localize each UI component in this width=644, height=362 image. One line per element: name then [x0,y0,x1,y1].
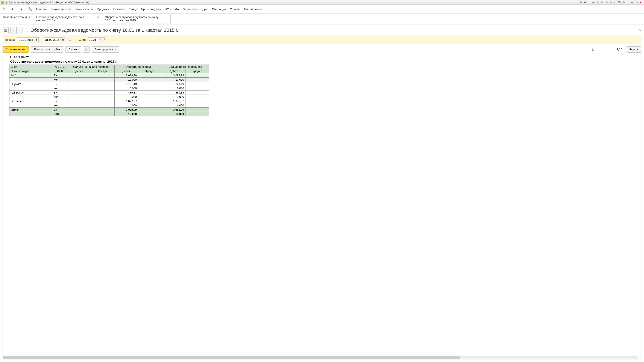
date-to-input[interactable] [44,37,61,42]
tab-osv-account[interactable]: Оборотно-сальдовая ведомость по счету 10… [102,14,171,24]
table-cell[interactable] [186,90,209,95]
table-cell[interactable]: Итого [10,108,52,112]
table-cell[interactable] [138,95,162,99]
mem-mplus[interactable]: M+ [613,1,617,4]
menu-salary[interactable]: Зарплата и кадры [183,7,208,11]
menu-operations[interactable]: Операции [212,7,226,11]
menu-main[interactable]: Главное [36,7,48,11]
tab-close-icon[interactable]: × [166,15,168,19]
table-cell[interactable] [91,103,115,108]
table-cell[interactable]: Бумага [10,82,52,86]
table-cell[interactable]: Кол. [52,103,68,108]
table-cell[interactable]: 1 077,97 [162,99,186,103]
horizontal-scrollbar[interactable] [3,356,638,359]
table-cell[interactable]: Дырокол [10,90,52,95]
table-cell[interactable]: 10.01 [10,73,52,78]
home-button[interactable]: 🏠 [2,27,8,33]
print-button[interactable]: Печать [65,46,81,52]
table-cell[interactable] [91,112,115,116]
sum-input[interactable] [596,47,624,52]
table-cell[interactable] [91,86,115,90]
table-cell[interactable]: 13,000 [115,112,138,116]
table-cell[interactable] [10,103,52,108]
table-cell[interactable] [138,112,162,116]
titlebar-tool-3-icon[interactable]: 📄 [587,1,591,4]
table-cell[interactable]: БУ [52,82,68,86]
table-cell[interactable] [186,108,209,112]
table-row[interactable]: ДыроколБУ889,83889,83 [10,90,209,95]
mem-m[interactable]: M [609,1,613,4]
table-cell[interactable]: Степлер [10,99,52,103]
more-button[interactable]: Еще ▼ [626,46,642,52]
close-button[interactable]: ✕ [639,1,643,4]
table-cell[interactable] [138,73,162,78]
table-cell[interactable]: 13,000 [162,112,186,116]
back-button[interactable]: ← [10,27,16,33]
table-cell[interactable] [138,82,162,86]
period-picker-button[interactable]: ... [67,37,72,42]
table-cell[interactable]: 3 088,99 [115,73,138,78]
table-cell[interactable] [68,112,91,116]
titlebar-tool-6-icon[interactable]: ▤ [600,1,604,4]
account-dropdown-icon[interactable]: ▼ [98,37,102,42]
table-cell[interactable]: 6,000 [115,86,138,90]
table-cell[interactable]: Кол. [52,112,68,116]
titlebar-tool-1-icon[interactable]: ▦ [579,1,582,4]
table-cell[interactable] [186,95,209,99]
table-cell[interactable] [10,95,52,99]
tab-osv[interactable]: Оборотно-сальдовая ведомость за 1 кварта… [33,14,102,24]
table-cell[interactable] [68,108,91,112]
table-cell[interactable] [10,112,52,116]
table-cell[interactable]: БУ [52,73,68,78]
table-cell[interactable] [138,103,162,108]
table-cell[interactable] [68,99,91,103]
register-button[interactable]: Регистр учета ▼ [92,46,119,52]
table-cell[interactable] [138,78,162,82]
table-cell[interactable]: 13,000 [115,78,138,82]
table-cell[interactable] [186,82,209,86]
table-cell[interactable]: Кол. [52,95,68,99]
titlebar-dropdown-icon[interactable]: ▾ [5,1,8,4]
table-cell[interactable] [138,86,162,90]
table-cell[interactable]: 1 121,19 [115,82,138,86]
table-cell[interactable] [91,90,115,95]
table-cell[interactable] [186,103,209,108]
menu-purchases[interactable]: Покупки [113,7,125,11]
table-cell[interactable] [186,99,209,103]
table-row[interactable]: Кол.13,00013,000 [10,78,209,82]
table-cell[interactable]: 3,000 [162,95,186,99]
table-cell[interactable] [186,112,209,116]
search-icon[interactable]: 🔍 [28,7,32,11]
report-table[interactable]: Счет Показа- тели Сальдо на начало перио… [9,64,209,116]
table-cell[interactable] [68,86,91,90]
table-cell[interactable] [138,90,162,95]
calendar-from-icon[interactable]: ▦ [34,37,39,42]
star-icon[interactable]: ★ [10,7,15,11]
table-cell[interactable] [91,108,115,112]
menu-reports[interactable]: Отчеты [230,7,240,11]
titlebar-tool-2-icon[interactable]: 🖨 [583,1,587,4]
show-settings-button[interactable]: Показать настройки [31,46,63,52]
table-row[interactable]: Кол.4,0004,000 [10,103,209,108]
table-cell[interactable]: БУ [52,108,68,112]
titlebar-tool-5-icon[interactable]: ⎘ [596,1,600,4]
report-area[interactable]: ООО "Юникс" Оборотно-сальдовая ведомость… [2,54,642,360]
table-cell[interactable]: 13,000 [162,78,186,82]
menu-directories[interactable]: Справочники [244,7,262,11]
info-icon[interactable]: ⓘ [622,1,626,4]
table-cell[interactable]: 4,000 [162,103,186,108]
table-cell[interactable]: 3 088,99 [115,108,138,112]
table-cell[interactable] [91,82,115,86]
table-cell[interactable]: 1 077,97 [115,99,138,103]
table-row[interactable]: СтеплерБУ1 077,971 077,97 [10,99,209,103]
calendar-to-icon[interactable]: ▦ [61,37,65,42]
menu-bank[interactable]: Банк и касса [75,7,93,11]
account-input[interactable] [88,37,98,42]
table-cell[interactable]: 889,83 [115,90,138,95]
favorite-star-icon[interactable]: ☆ [24,27,29,33]
menu-manager[interactable]: Руководителю [52,7,72,11]
save-file-button[interactable]: ▦ [83,46,90,52]
table-row[interactable]: ИтогоБУ3 088,993 088,99 [10,108,209,112]
table-row[interactable]: 10.01БУ3 088,993 088,99 [10,73,209,78]
table-cell[interactable]: 889,83 [162,90,186,95]
